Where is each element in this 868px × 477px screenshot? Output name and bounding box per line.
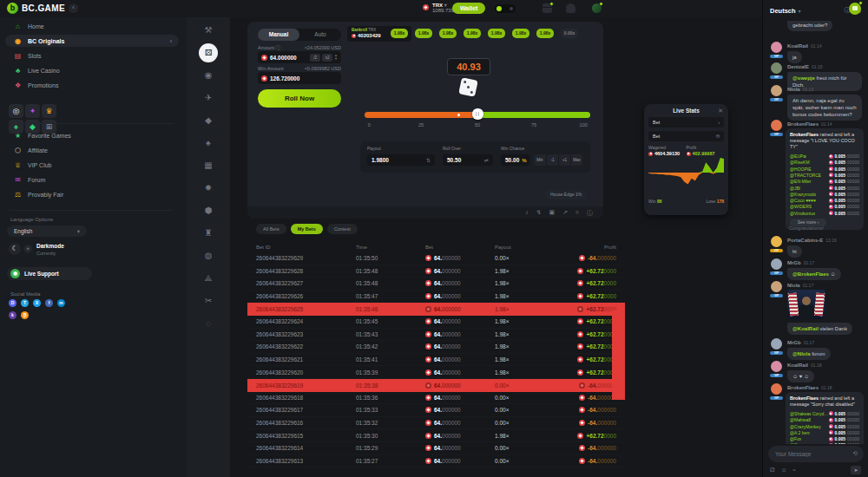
reset-icon[interactable]: ⟲ [715, 134, 720, 139]
win-chance-field[interactable]: 50.00% [501, 154, 529, 166]
amount-stepper[interactable]: ▲▼ [334, 54, 338, 61]
rail-game-icon[interactable]: ⚒ [199, 21, 218, 40]
result-pill[interactable]: 1.98x [512, 29, 529, 38]
result-pill[interactable]: 0.00x [561, 29, 578, 38]
history-icon[interactable]: ⟲ [852, 450, 858, 457]
sidebar-nav-item[interactable]: ◉ BC Originals › [5, 35, 179, 47]
table-row[interactable]: 260644383229613 01:35:27 64.000000 0.00×… [247, 455, 625, 468]
logo[interactable]: b BC.GAME ‹ [7, 3, 78, 14]
chat-toggle-icon[interactable] [849, 3, 861, 15]
social-icon[interactable]: T [21, 299, 29, 307]
game-footer-icon[interactable]: ⓘ [587, 209, 593, 218]
attachment-icon[interactable]: ⌁ [792, 467, 796, 474]
win-amount-input[interactable]: 126.720000 [258, 72, 341, 84]
half-button[interactable]: /2 [310, 54, 320, 62]
lightmode-icon[interactable]: ☀ [23, 245, 32, 253]
table-row[interactable]: 260644383229621 01:35:41 64.000000 1.98×… [247, 354, 625, 367]
rail-game-icon[interactable]: ⬢ [199, 201, 218, 220]
table-row[interactable]: 260644383229629 01:35:50 64.000000 0.00×… [247, 252, 625, 265]
tab-all-bets[interactable]: All Bets [256, 224, 286, 234]
rail-game-icon[interactable]: ♜ [199, 224, 218, 243]
mention[interactable]: @A 2 bem [790, 430, 810, 435]
user-avatar[interactable] [592, 3, 602, 13]
game-footer-icon[interactable]: ⌗ [575, 209, 579, 218]
result-pill[interactable]: 1.98x [464, 29, 481, 38]
stats-reset-row[interactable]: Bet⟲ [648, 131, 724, 141]
table-row[interactable]: 260644383229628 01:35:48 64.000000 1.98×… [247, 265, 625, 278]
mention[interactable]: @CrazyMonkey [790, 424, 821, 429]
result-pill[interactable]: 1.98x [488, 29, 505, 38]
mention[interactable]: @KoalRail [792, 326, 819, 331]
wallet-button[interactable]: Wallet [452, 3, 485, 14]
game-tile[interactable]: ✦ [25, 104, 40, 118]
table-row[interactable]: 260644383229627 01:35:48 64.000000 1.98×… [247, 278, 625, 291]
game-tile[interactable]: ◎ [9, 104, 23, 118]
social-icon[interactable]: m [57, 299, 65, 307]
sidebar-nav-item[interactable]: ⚖ Provably Fair [5, 188, 179, 200]
close-icon[interactable]: ✕ [718, 108, 723, 114]
game-tile[interactable]: ♛ [42, 104, 56, 118]
result-pill[interactable]: 1.98x [536, 29, 554, 38]
table-row[interactable]: 260644383229625 01:35:46 64.000000 1.98×… [247, 303, 625, 316]
mention[interactable]: @Shakeas Coryd… [790, 411, 828, 416]
swap-icon[interactable]: ⇅ [426, 157, 431, 163]
rail-game-icon[interactable]: ▦ [199, 156, 218, 175]
mention[interactable]: @Casperr [790, 442, 810, 444]
mention[interactable]: @Nlola [792, 351, 811, 356]
avatar[interactable] [771, 42, 782, 53]
rail-game-icon[interactable]: ⚄ [199, 43, 218, 62]
mention[interactable]: @BrokenFlaes [792, 271, 829, 277]
quick-button[interactable]: Min [534, 154, 546, 166]
stats-filter-row[interactable]: Bet› [648, 117, 724, 127]
amount-input[interactable]: 64.000000 /2 x2 ▲▼ [258, 51, 341, 63]
table-row[interactable]: 260644383229620 01:35:39 64.000000 1.98×… [247, 366, 625, 379]
avatar[interactable] [771, 236, 782, 247]
mention[interactable]: @Coco ♥♥♥♥ [790, 198, 816, 203]
sidebar-collapse-icon[interactable]: ‹ [69, 3, 78, 13]
game-footer-icon[interactable]: ▣ [549, 209, 556, 218]
table-row[interactable]: 260644383229622 01:35:42 64.000000 1.98×… [247, 341, 625, 354]
sidebar-nav-item[interactable]: ⬡ Affiliate [5, 144, 179, 156]
flip-icon[interactable]: ⇄ [484, 157, 489, 163]
table-row[interactable]: 260644383229619 01:35:38 64.000000 0.00×… [247, 379, 625, 392]
roll-now-button[interactable]: Roll Now [258, 89, 341, 108]
rail-game-icon[interactable]: ◌ [199, 314, 218, 333]
chat-language-select[interactable]: Deutsch [770, 7, 796, 15]
mode-toggle[interactable] [495, 4, 516, 13]
table-row[interactable]: 260644383229614 01:35:29 64.000000 0.00×… [247, 442, 625, 455]
rail-game-icon[interactable]: ✈ [199, 88, 218, 108]
table-row[interactable]: 260644383229624 01:35:45 64.000000 1.98×… [247, 316, 625, 329]
tab-contest[interactable]: Contest [327, 224, 358, 234]
chat-image[interactable] [787, 290, 825, 319]
result-pill[interactable]: 1.98x [439, 29, 457, 38]
rail-game-icon[interactable]: ✂ [199, 291, 218, 310]
table-row[interactable]: 260644383229615 01:35:30 64.000000 1.98×… [247, 429, 625, 442]
mention[interactable]: @Fox [790, 436, 801, 441]
mention[interactable]: @Mahwa8 [790, 417, 811, 422]
emoji-icon[interactable]: ☺ [781, 467, 787, 474]
sidebar-nav-item[interactable]: ❖ Promotions [5, 79, 179, 91]
avatar[interactable] [771, 120, 782, 131]
gift-icon[interactable] [542, 3, 552, 13]
social-icon[interactable]: f [45, 299, 53, 307]
social-icon[interactable]: k [9, 311, 16, 319]
mention[interactable]: @Vinokonius [790, 211, 815, 216]
game-footer-icon[interactable]: ♪ [525, 209, 529, 218]
rollover-field[interactable]: 50.50⇄ [443, 154, 493, 166]
rail-game-icon[interactable]: ◉ [199, 66, 218, 85]
dice-shortcut-icon[interactable]: ⚂ [770, 467, 775, 474]
payout-field[interactable]: 1.9800⇅ [367, 154, 435, 166]
sidebar-nav-item[interactable]: ♕ VIP Club [5, 159, 179, 171]
double-button[interactable]: x2 [322, 54, 332, 62]
mention[interactable]: @Krazymodo [790, 192, 816, 197]
darkmode-toggle[interactable]: ☾ [9, 243, 21, 255]
language-select[interactable]: English ▾ [7, 225, 87, 237]
table-row[interactable]: 260644383229626 01:35:47 64.000000 1.98×… [247, 291, 625, 304]
rail-game-icon[interactable]: ◆ [199, 111, 218, 130]
quick-button[interactable]: +1 [558, 154, 570, 166]
avatar[interactable] [771, 281, 782, 292]
rail-game-icon[interactable]: ✸ [199, 179, 218, 198]
sidebar-nav-item[interactable]: ▤ Slots [5, 49, 179, 62]
social-icon[interactable]: X [33, 299, 41, 307]
mention[interactable]: @EUPai [790, 154, 806, 159]
